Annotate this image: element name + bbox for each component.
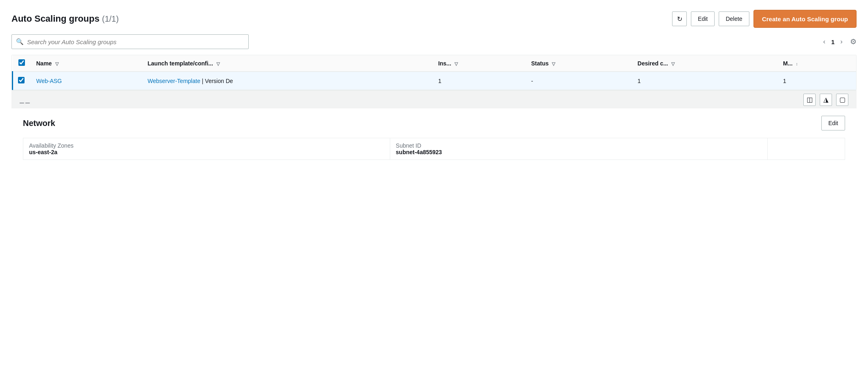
max-sort-icon: ↕ xyxy=(796,62,798,66)
launch-template-sort-icon: ▽ xyxy=(216,61,220,66)
view-icon-1: ◫ xyxy=(807,96,813,103)
asg-name-link[interactable]: Web-ASG xyxy=(36,78,62,84)
view-icon-3: ▢ xyxy=(839,96,846,103)
name-sort-icon: ▽ xyxy=(55,61,58,66)
launch-template-link[interactable]: Webserver-Template xyxy=(148,78,200,84)
row-checkbox[interactable] xyxy=(18,77,25,83)
settings-icon[interactable]: ⚙ xyxy=(850,37,857,46)
pagination-next-button[interactable]: › xyxy=(838,37,845,47)
az-value: us-east-2a xyxy=(29,149,384,155)
table-row[interactable]: Web-ASG Webserver-Template | Version De … xyxy=(13,72,857,90)
detail-edit-button[interactable]: Edit xyxy=(821,116,845,130)
row-desired-capacity-cell: 1 xyxy=(632,72,778,90)
status-sort-icon: ▽ xyxy=(552,61,555,66)
next-icon: › xyxy=(840,38,843,45)
header-status-label: Status xyxy=(531,60,549,67)
header-desired-capacity-label: Desired c... xyxy=(638,60,668,67)
search-box: 🔍 xyxy=(11,34,249,49)
view-icon-2: ◮ xyxy=(823,96,828,103)
edit-label: Edit xyxy=(698,16,708,22)
detail-edit-label: Edit xyxy=(828,120,838,126)
view-icon-button-2[interactable]: ◮ xyxy=(820,94,832,106)
detail-label-subnet: Subnet ID subnet-4a855923 xyxy=(390,138,768,160)
row-name-cell[interactable]: Web-ASG xyxy=(31,72,142,90)
view-icons: ◫ ◮ ▢ xyxy=(803,94,848,106)
row-checkbox-cell[interactable] xyxy=(13,72,31,90)
detail-section: Network Edit Availability Zones us-east-… xyxy=(11,108,857,167)
header-instances-label: Ins... xyxy=(438,60,451,67)
header-name-label: Name xyxy=(36,60,52,67)
header-max-label: M... xyxy=(783,60,792,67)
refresh-button[interactable]: ↻ xyxy=(672,11,687,26)
delete-label: Delete xyxy=(726,16,742,22)
view-icon-button-3[interactable]: ▢ xyxy=(836,94,848,106)
refresh-icon: ↻ xyxy=(677,15,682,23)
desired-capacity-sort-icon: ▽ xyxy=(671,61,675,66)
detail-title: Network xyxy=(23,119,55,128)
header-launch-template-label: Launch template/confi... xyxy=(148,60,213,67)
create-label: Create an Auto Scaling group xyxy=(762,16,848,22)
prev-icon: ‹ xyxy=(823,38,825,45)
header-name[interactable]: Name ▽ xyxy=(31,55,142,72)
detail-empty-cell xyxy=(768,138,845,160)
row-launch-template-cell: Webserver-Template | Version De xyxy=(142,72,432,90)
launch-template-version: | Version De xyxy=(202,78,233,84)
search-icon: 🔍 xyxy=(16,38,24,45)
row-instances-cell: 1 xyxy=(432,72,525,90)
count-badge: (1/1) xyxy=(102,14,119,23)
subnet-label: Subnet ID xyxy=(396,142,762,149)
view-icon-button-1[interactable]: ◫ xyxy=(803,94,816,106)
row-max-cell: 1 xyxy=(777,72,856,90)
pagination-prev-button[interactable]: ‹ xyxy=(821,37,828,47)
instances-sort-icon: ▽ xyxy=(454,61,458,66)
header-instances[interactable]: Ins... ▽ xyxy=(432,55,525,72)
resize-handle[interactable]: ⎯⎯ xyxy=(20,95,31,104)
detail-header: Network Edit xyxy=(23,116,845,130)
page-title: Auto Scaling groups (1/1) xyxy=(11,13,668,24)
title-text: Auto Scaling groups xyxy=(11,13,99,24)
header-max[interactable]: M... ↕ xyxy=(777,55,856,72)
resize-area: ⎯⎯ ◫ ◮ ▢ xyxy=(11,90,857,108)
pagination-controls: ‹ 1 › ⚙ xyxy=(821,37,857,47)
edit-button[interactable]: Edit xyxy=(691,11,715,26)
table-header-row: Name ▽ Launch template/confi... ▽ Ins...… xyxy=(13,55,857,72)
detail-table: Availability Zones us-east-2a Subnet ID … xyxy=(23,138,845,160)
header-desired-capacity[interactable]: Desired c... ▽ xyxy=(632,55,778,72)
detail-label-az: Availability Zones us-east-2a xyxy=(23,138,390,160)
row-status-cell: - xyxy=(526,72,632,90)
header-status[interactable]: Status ▽ xyxy=(526,55,632,72)
select-all-checkbox[interactable] xyxy=(18,59,25,66)
subnet-value: subnet-4a855923 xyxy=(396,149,762,155)
detail-row-1: Availability Zones us-east-2a Subnet ID … xyxy=(23,138,845,160)
az-label: Availability Zones xyxy=(29,142,384,149)
header-checkbox-cell[interactable] xyxy=(13,55,31,72)
header-launch-template[interactable]: Launch template/confi... ▽ xyxy=(142,55,432,72)
create-asg-button[interactable]: Create an Auto Scaling group xyxy=(753,10,857,28)
delete-button[interactable]: Delete xyxy=(719,11,749,26)
search-input[interactable] xyxy=(27,38,244,45)
asg-table: Name ▽ Launch template/confi... ▽ Ins...… xyxy=(11,55,857,90)
page-number: 1 xyxy=(831,38,834,45)
